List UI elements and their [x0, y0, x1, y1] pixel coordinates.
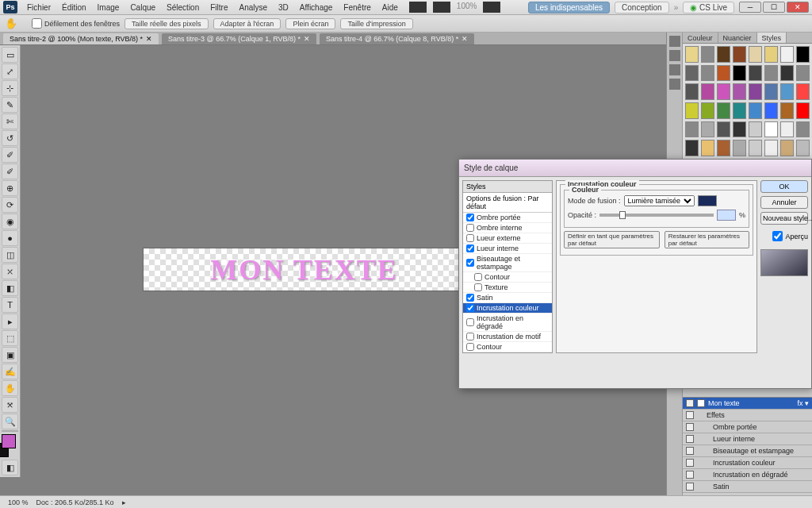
actual-pixels-button[interactable]: Taille réelle des pixels [124, 18, 209, 29]
style-swatch[interactable] [733, 65, 746, 82]
move-tool[interactable]: ▭ [2, 47, 18, 63]
visibility-icon[interactable] [686, 423, 694, 431]
style-swatch[interactable] [749, 83, 762, 100]
menu-affichage[interactable]: Affichage [295, 2, 338, 13]
style-swatch[interactable] [733, 83, 746, 100]
menu-edition[interactable]: Édition [57, 2, 91, 13]
doc-tab-1[interactable]: Sans titre-2 @ 100% (Mon texte, RVB/8) *… [3, 33, 159, 44]
effect-checkbox[interactable] [466, 214, 474, 221]
style-swatch[interactable] [764, 102, 778, 119]
style-swatch[interactable] [796, 46, 810, 63]
effect-checkbox[interactable] [474, 273, 482, 281]
style-item-incrustation-en-d-grad-[interactable]: Incrustation en dégradé [463, 314, 552, 332]
menu-image[interactable]: Image [93, 2, 124, 13]
collapsed-panel-icon[interactable] [669, 36, 680, 47]
fx-row[interactable]: Satin [683, 481, 812, 493]
style-swatch[interactable] [685, 140, 699, 156]
effect-checkbox[interactable] [466, 224, 474, 232]
minimize-button[interactable]: ─ [739, 2, 761, 13]
effect-checkbox[interactable] [466, 259, 474, 267]
style-swatch[interactable] [701, 102, 714, 119]
fx-row[interactable]: Lueur interne [683, 433, 812, 445]
tab-nuancier[interactable]: Nuancier [718, 33, 757, 43]
visibility-icon[interactable] [686, 399, 694, 407]
style-swatch[interactable] [780, 140, 794, 156]
effect-checkbox[interactable] [466, 244, 474, 252]
maximize-button[interactable]: ☐ [763, 2, 785, 13]
style-swatch[interactable] [764, 140, 778, 156]
style-item-lueur-interne[interactable]: Lueur interne [463, 244, 552, 254]
effect-checkbox[interactable] [466, 333, 474, 341]
menu-filtre[interactable]: Filtre [205, 2, 232, 13]
opacity-input[interactable] [717, 210, 736, 221]
close-icon[interactable]: ✕ [146, 33, 152, 44]
collapsed-panel-icon[interactable] [669, 79, 680, 90]
cs-live-button[interactable]: ◉ CS Live [683, 2, 734, 13]
style-swatch[interactable] [780, 102, 794, 119]
style-swatch[interactable] [733, 102, 746, 119]
hand-tool-icon[interactable]: ✋ [5, 18, 17, 29]
style-item-ombre-interne[interactable]: Ombre interne [463, 223, 552, 233]
style-item-biseautage-et-estampage[interactable]: Biseautage et estampage [463, 254, 552, 272]
style-swatch[interactable] [796, 102, 810, 119]
menu-3d[interactable]: 3D [274, 2, 293, 13]
style-swatch[interactable] [764, 65, 778, 82]
dodge-tool[interactable]: ⤫ [2, 264, 18, 279]
style-swatch[interactable] [701, 65, 714, 82]
style-swatch[interactable] [685, 121, 699, 138]
style-swatch[interactable] [701, 83, 714, 100]
marquee-tool[interactable]: ⤢ [2, 64, 18, 79]
menu-calque[interactable]: Calque [125, 2, 160, 13]
style-swatch[interactable] [796, 65, 810, 82]
screen-mode-icon[interactable] [483, 2, 500, 13]
workspace-overflow-icon[interactable]: » [674, 3, 679, 12]
pen-tool[interactable]: ◧ [2, 280, 18, 296]
type-tool[interactable]: T [2, 297, 18, 313]
style-swatch[interactable] [717, 46, 730, 63]
shape-tool[interactable]: ⬚ [2, 330, 18, 346]
collapsed-panel-icon[interactable] [669, 50, 680, 61]
collapsed-panel-icon[interactable] [669, 64, 680, 75]
tab-styles[interactable]: Styles [757, 33, 787, 43]
visibility-icon[interactable] [686, 411, 694, 419]
stamp-tool[interactable]: ⊕ [2, 180, 18, 196]
history-brush-tool[interactable]: ⟳ [2, 197, 18, 213]
style-swatch[interactable] [733, 46, 746, 63]
style-item-texture[interactable]: Texture [463, 283, 552, 293]
tab-couleur[interactable]: Couleur [683, 33, 718, 43]
style-swatch[interactable] [701, 46, 714, 63]
document-info[interactable]: Doc : 206.5 Ko/285.1 Ko [36, 498, 114, 506]
style-item-satin[interactable]: Satin [463, 293, 552, 303]
fx-row[interactable]: Incrustation couleur [683, 457, 812, 469]
heal-tool[interactable]: ✐ [2, 147, 18, 163]
visibility-icon[interactable] [686, 447, 694, 455]
effect-checkbox[interactable] [466, 294, 474, 302]
fit-screen-button[interactable]: Adapter à l'écran [213, 18, 282, 29]
style-item-lueur-externe[interactable]: Lueur externe [463, 233, 552, 244]
style-swatch[interactable] [764, 83, 778, 100]
make-default-button[interactable]: Définir en tant que paramètres par défau… [564, 231, 660, 248]
style-swatch[interactable] [749, 140, 762, 156]
document-image[interactable]: MON TEXTE [144, 248, 465, 291]
full-screen-button[interactable]: Plein écran [285, 18, 335, 29]
style-swatch[interactable] [749, 121, 762, 138]
fx-row[interactable]: Ombre portée [683, 421, 812, 433]
opacity-slider[interactable] [599, 214, 714, 217]
close-icon[interactable]: ✕ [304, 33, 310, 44]
effect-checkbox[interactable] [466, 343, 474, 351]
style-swatch[interactable] [717, 65, 730, 82]
style-item-contour[interactable]: Contour [463, 272, 552, 283]
doc-tab-2[interactable]: Sans titre-3 @ 66.7% (Calque 1, RVB/8) *… [162, 33, 316, 44]
style-swatch[interactable] [764, 121, 778, 138]
3d-tool[interactable]: ▣ [2, 347, 18, 363]
styles-header[interactable]: Styles [463, 181, 552, 193]
style-swatch[interactable] [685, 83, 699, 100]
print-size-button[interactable]: Taille d'impression [340, 18, 412, 29]
close-icon[interactable]: ✕ [462, 33, 468, 44]
effect-checkbox[interactable] [474, 283, 482, 291]
style-swatch[interactable] [717, 140, 730, 156]
visibility-icon[interactable] [686, 435, 694, 443]
launch-bridge-icon[interactable] [409, 2, 427, 13]
style-swatch[interactable] [685, 46, 699, 63]
effect-checkbox[interactable] [466, 318, 474, 326]
